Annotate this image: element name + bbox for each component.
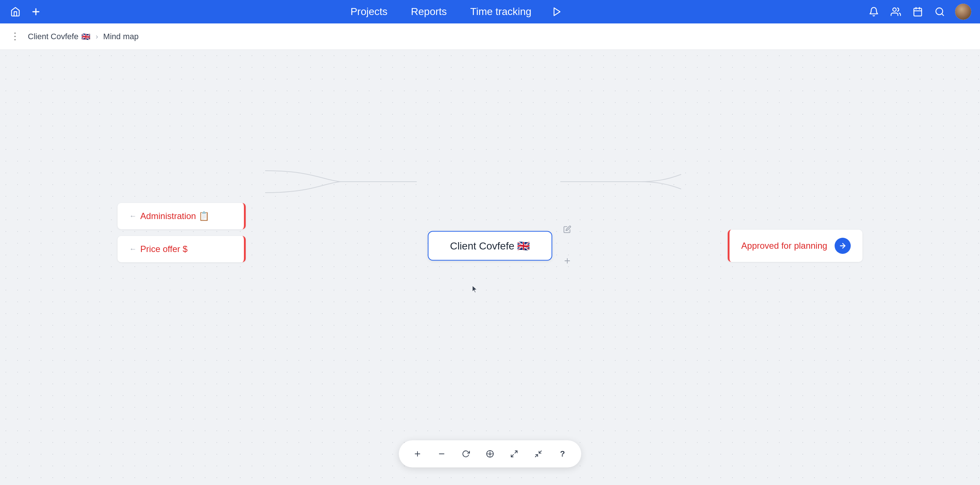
zoom-out-button[interactable]	[433, 445, 450, 462]
header-left	[9, 5, 43, 18]
left-node-administration[interactable]: ← Administration 📋	[118, 203, 246, 229]
right-node-arrow-button[interactable]	[835, 238, 851, 254]
refresh-button[interactable]	[457, 445, 474, 462]
connector-lines	[0, 50, 980, 485]
left-nodes: ← Administration 📋 ← Price offer $	[118, 203, 246, 262]
left-node-price-offer-label: Price offer $	[140, 244, 188, 254]
target-button[interactable]	[482, 445, 498, 462]
breadcrumb-separator: ›	[95, 32, 98, 41]
avatar[interactable]	[955, 4, 971, 20]
svg-point-3	[893, 8, 896, 11]
home-icon[interactable]	[9, 5, 22, 18]
central-node[interactable]: Client Covfefe 🇬🇧	[428, 231, 552, 261]
svg-line-24	[515, 451, 517, 453]
breadcrumb-flag: 🇬🇧	[81, 32, 91, 41]
fit-width-button[interactable]	[506, 445, 523, 462]
mindmap-container: ← Administration 📋 ← Price offer $ Clien…	[0, 50, 980, 485]
edit-icon[interactable]	[563, 225, 571, 235]
right-node-approved[interactable]: Approved for planning	[728, 230, 862, 262]
toolbar: ?	[399, 440, 581, 468]
svg-point-19	[489, 453, 491, 455]
users-icon[interactable]	[889, 5, 902, 18]
zoom-in-button[interactable]	[409, 445, 426, 462]
breadcrumb-project[interactable]: Client Covfefe 🇬🇧	[28, 32, 91, 41]
arrow-icon: ←	[129, 245, 137, 253]
svg-line-25	[511, 455, 514, 457]
svg-line-27	[539, 451, 541, 453]
svg-line-26	[535, 455, 538, 457]
left-node-price-offer[interactable]: ← Price offer $	[118, 236, 246, 262]
central-node-label: Client Covfefe 🇬🇧	[450, 240, 530, 251]
add-node-icon[interactable]	[563, 257, 571, 267]
add-icon[interactable]	[29, 5, 43, 18]
calendar-icon[interactable]	[911, 5, 924, 18]
breadcrumb: ⋮ Client Covfefe 🇬🇧 › Mind map	[0, 24, 980, 50]
help-button[interactable]: ?	[554, 445, 571, 462]
header-nav: Projects Reports Time tracking	[43, 4, 867, 20]
breadcrumb-menu[interactable]: ⋮	[10, 31, 20, 42]
svg-rect-4	[914, 8, 922, 16]
right-node-approved-label: Approved for planning	[741, 241, 827, 251]
nav-time-tracking[interactable]: Time tracking	[466, 4, 536, 20]
header-right	[867, 4, 971, 20]
breadcrumb-project-name: Client Covfefe	[28, 32, 78, 41]
nav-projects[interactable]: Projects	[346, 4, 392, 20]
left-node-administration-label: Administration 📋	[140, 211, 210, 221]
nav-reports[interactable]: Reports	[407, 4, 451, 20]
app-header: Projects Reports Time tracking	[0, 0, 980, 24]
svg-marker-2	[554, 8, 560, 16]
mindmap-canvas[interactable]: ← Administration 📋 ← Price offer $ Clien…	[0, 50, 980, 485]
expand-button[interactable]	[530, 445, 547, 462]
svg-line-9	[942, 14, 943, 15]
mouse-cursor	[472, 285, 479, 296]
arrow-icon: ←	[129, 212, 137, 220]
bell-icon[interactable]	[867, 5, 880, 18]
breadcrumb-current-page: Mind map	[103, 32, 139, 41]
play-icon[interactable]	[550, 5, 563, 18]
search-icon[interactable]	[933, 5, 946, 18]
